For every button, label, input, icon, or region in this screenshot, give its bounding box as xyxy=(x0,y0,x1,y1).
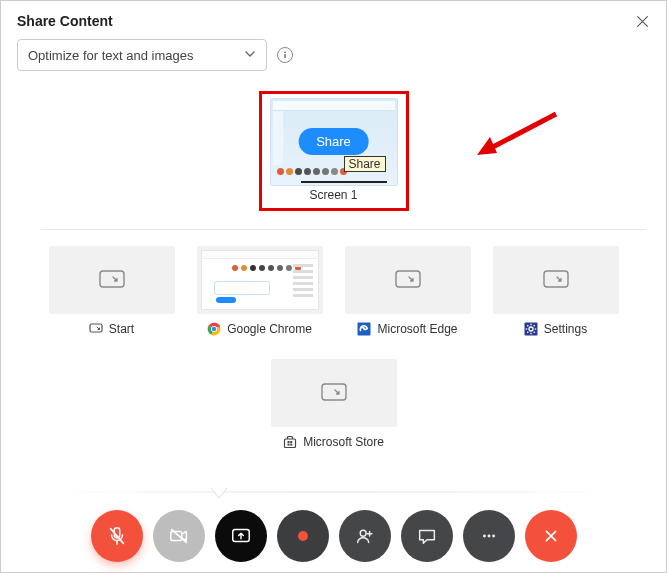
screen-1-label: Screen 1 xyxy=(270,186,398,206)
svg-marker-3 xyxy=(477,137,497,155)
screen-1-tile[interactable]: Share Share Screen 1 xyxy=(259,91,409,211)
svg-point-37 xyxy=(492,535,495,538)
svg-marker-28 xyxy=(211,488,227,498)
share-tooltip: Share xyxy=(344,156,386,172)
svg-line-19 xyxy=(534,332,535,333)
screen-icon xyxy=(543,270,569,290)
svg-point-34 xyxy=(360,530,366,536)
mute-button[interactable] xyxy=(91,510,143,562)
record-button[interactable] xyxy=(277,510,329,562)
svg-point-8 xyxy=(212,327,217,332)
chrome-window-thumbnail xyxy=(201,250,319,310)
tile-settings[interactable]: Settings xyxy=(493,246,619,339)
svg-rect-25 xyxy=(290,441,292,443)
annotation-arrow-icon xyxy=(471,109,561,159)
tile-store-label: Microsoft Store xyxy=(303,435,384,449)
chat-button[interactable] xyxy=(401,510,453,562)
info-icon[interactable] xyxy=(277,47,293,63)
svg-rect-27 xyxy=(290,444,292,446)
edge-icon xyxy=(357,322,371,336)
svg-rect-22 xyxy=(322,384,346,400)
svg-rect-4 xyxy=(100,271,124,287)
tile-chrome-label: Google Chrome xyxy=(227,322,312,336)
popover-tail-icon xyxy=(211,488,227,498)
share-button[interactable]: Share xyxy=(298,128,369,155)
share-screen-button[interactable] xyxy=(215,510,267,562)
chrome-icon xyxy=(207,322,221,336)
screen-small-icon xyxy=(89,322,103,336)
svg-line-2 xyxy=(489,114,556,149)
screen-icon xyxy=(321,383,347,403)
record-dot-icon xyxy=(298,531,308,541)
end-call-button[interactable] xyxy=(525,510,577,562)
dialog-title: Share Content xyxy=(17,13,113,29)
participants-button[interactable] xyxy=(339,510,391,562)
popover-shadow xyxy=(7,491,660,493)
call-toolbar xyxy=(1,500,666,562)
svg-point-35 xyxy=(482,535,485,538)
close-button[interactable] xyxy=(632,11,652,31)
settings-icon xyxy=(524,322,538,336)
svg-rect-26 xyxy=(288,444,290,446)
tile-settings-label: Settings xyxy=(544,322,587,336)
tile-start-label: Start xyxy=(109,322,134,336)
svg-rect-5 xyxy=(90,324,102,332)
chevron-down-icon xyxy=(244,48,256,63)
more-button[interactable] xyxy=(463,510,515,562)
store-icon xyxy=(283,435,297,449)
optimize-dropdown-label: Optimize for text and images xyxy=(28,48,193,63)
tile-start[interactable]: Start xyxy=(49,246,175,339)
svg-line-20 xyxy=(534,325,535,326)
tile-edge-label: Microsoft Edge xyxy=(377,322,457,336)
optimize-dropdown[interactable]: Optimize for text and images xyxy=(17,39,267,71)
svg-point-36 xyxy=(487,535,490,538)
svg-rect-24 xyxy=(288,441,290,443)
svg-point-0 xyxy=(284,51,286,53)
svg-rect-23 xyxy=(285,439,296,448)
svg-rect-1 xyxy=(284,54,285,58)
svg-rect-9 xyxy=(396,271,420,287)
screen-icon xyxy=(99,270,125,290)
svg-rect-11 xyxy=(544,271,568,287)
tile-google-chrome[interactable]: Google Chrome xyxy=(197,246,323,339)
video-button[interactable] xyxy=(153,510,205,562)
screen-icon xyxy=(395,270,421,290)
svg-line-21 xyxy=(527,332,528,333)
tile-microsoft-store[interactable]: Microsoft Store xyxy=(271,359,397,452)
svg-line-18 xyxy=(527,325,528,326)
tile-microsoft-edge[interactable]: Microsoft Edge xyxy=(345,246,471,339)
